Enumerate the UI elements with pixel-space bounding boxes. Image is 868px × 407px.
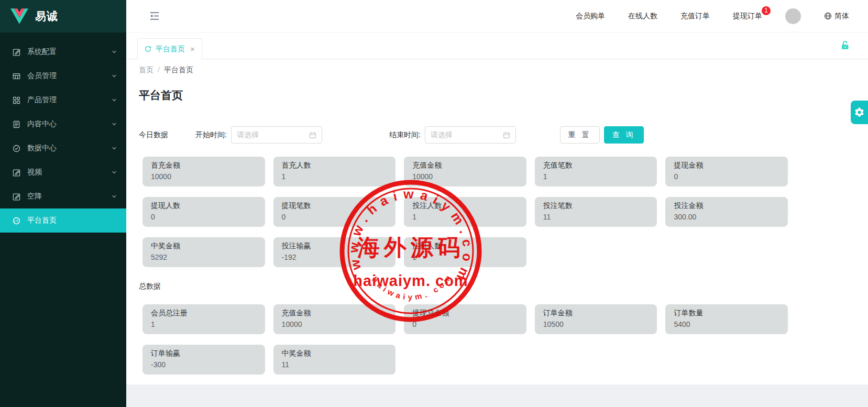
reset-button[interactable]: 重 置 [560, 126, 600, 144]
brand-v-logo-icon [10, 8, 28, 24]
stat-card: 充值笔数1 [535, 157, 657, 186]
stat-label: 投注输赢 [282, 241, 388, 251]
language-switch[interactable]: 简体 [824, 12, 849, 21]
stat-label: 充值金额 [412, 161, 518, 170]
tab-close-icon[interactable]: × [190, 45, 195, 53]
chevron-down-icon [112, 97, 117, 103]
tab-platform-home[interactable]: 平台首页 × [137, 38, 202, 59]
stat-card: 中奖金额5292 [142, 237, 265, 267]
stat-label: 提现笔数 [282, 201, 388, 211]
document-icon [13, 120, 20, 128]
stat-value: 0 [282, 213, 388, 221]
dashboard-icon [13, 217, 20, 225]
chevron-down-icon [112, 49, 117, 54]
stat-value: 11 [543, 213, 649, 221]
stat-label: 注册人数 [412, 241, 518, 251]
sidebar-item-member-management[interactable]: 会员管理 [0, 64, 126, 88]
stat-card: 投注人数1 [404, 197, 526, 227]
chevron-down-icon [112, 73, 117, 79]
start-date-input[interactable]: 请选择 [231, 126, 322, 144]
check-circle-icon [13, 145, 20, 152]
stat-value: 10000 [412, 172, 518, 181]
stat-card: 订单输赢-300 [142, 345, 265, 375]
tab-label: 平台首页 [156, 45, 185, 54]
stat-value: 5400 [674, 320, 779, 328]
stat-value: 10000 [151, 172, 257, 181]
stat-label: 会员总注册 [151, 309, 257, 318]
breadcrumb-separator: / [158, 65, 160, 74]
nav-recharge-orders[interactable]: 充值订单 [680, 12, 710, 21]
page-title: 平台首页 [139, 88, 855, 103]
stat-card: 首充人数1 [273, 157, 396, 186]
stat-label: 中奖金额 [151, 241, 257, 251]
stat-card: 投注金额300.00 [665, 197, 788, 227]
sidebar-item-data-center[interactable]: 数据中心 [0, 136, 126, 160]
sidebar-item-system-config[interactable]: 系统配置 [0, 40, 126, 64]
globe-icon [824, 12, 832, 20]
end-time-label: 结束时间: [389, 130, 421, 140]
stat-label: 投注笔数 [543, 201, 649, 211]
sidebar-item-video[interactable]: 视频 [0, 160, 126, 184]
total-data-label: 总数据 [139, 282, 855, 291]
nav-online-count[interactable]: 在线人数 [628, 12, 657, 21]
sidebar-item-content-center[interactable]: 内容中心 [0, 112, 126, 136]
stat-card: 充值金额10000 [273, 304, 396, 334]
sidebar-item-label: 视频 [27, 168, 42, 177]
stat-card: 提现笔数0 [273, 197, 396, 227]
stat-label: 投注人数 [412, 201, 518, 211]
stat-label: 订单数量 [674, 309, 779, 318]
stat-value: 1 [282, 172, 388, 181]
brand-logo[interactable]: 易诚 [0, 0, 126, 32]
stat-label: 充值金额 [282, 309, 388, 318]
end-date-input[interactable]: 请选择 [425, 126, 516, 144]
stat-value: 11 [282, 360, 388, 369]
stat-value: 5292 [151, 253, 257, 261]
tab-bar: 平台首页 × [126, 32, 868, 59]
stat-value: -192 [282, 253, 388, 261]
today-data-label: 今日数据 [139, 130, 168, 140]
breadcrumb-home[interactable]: 首页 [139, 65, 153, 74]
gear-icon [854, 107, 865, 118]
sidebar-item-label: 内容中心 [27, 119, 57, 129]
sidebar-item-label: 会员管理 [27, 71, 57, 81]
query-button[interactable]: 查 询 [604, 126, 644, 144]
stat-label: 提现人数 [151, 201, 257, 211]
filter-row: 今日数据 开始时间: 请选择 结束时间: 请选择 重 置 查 询 [139, 126, 855, 144]
nav-member-orders[interactable]: 会员购单 [576, 12, 605, 21]
sidebar-item-product-management[interactable]: 产品管理 [0, 88, 126, 112]
nav-withdraw-orders-label: 提现订单 [733, 12, 762, 20]
stat-value: 10000 [282, 320, 388, 328]
unlock-icon[interactable] [839, 39, 851, 51]
main-area: 会员购单 在线人数 充值订单 提现订单 1 简体 [126, 0, 868, 407]
nav-withdraw-orders[interactable]: 提现订单 1 [733, 12, 762, 21]
edit-square-icon [13, 169, 20, 177]
sidebar-collapse-icon[interactable] [149, 12, 160, 20]
sidebar-item-label: 系统配置 [27, 47, 57, 57]
stat-value: 0 [674, 172, 779, 181]
end-date-placeholder: 请选择 [431, 130, 503, 140]
breadcrumb-current: 平台首页 [164, 65, 193, 74]
stat-card: 订单数量5400 [665, 304, 788, 334]
today-stats-grid: 首充金额10000首充人数1充值金额10000充值笔数1提现金额0提现人数0提现… [142, 157, 788, 267]
stat-label: 订单输赢 [151, 349, 257, 358]
sidebar-item-platform-home[interactable]: 平台首页 [0, 208, 126, 233]
stat-card: 投注输赢-192 [273, 237, 396, 267]
settings-gear-button[interactable] [851, 101, 868, 124]
chevron-down-icon [112, 170, 117, 175]
language-label: 简体 [834, 12, 849, 21]
stat-value: 10500 [543, 320, 649, 328]
start-date-placeholder: 请选择 [237, 130, 309, 140]
stat-card: 投注笔数11 [535, 197, 657, 227]
app-window: 易诚 系统配置会员管理产品管理内容中心数据中心视频空降平台首页 会员购单 在线人… [0, 0, 868, 407]
sidebar-item-airdrop[interactable]: 空降 [0, 184, 126, 208]
stat-value: 0 [412, 320, 518, 328]
refresh-icon[interactable] [145, 46, 151, 52]
chevron-down-icon [112, 122, 117, 127]
avatar[interactable] [785, 8, 801, 24]
stat-value: 1 [543, 172, 649, 181]
top-header: 会员购单 在线人数 充值订单 提现订单 1 简体 [126, 0, 868, 32]
stat-value: 0 [151, 213, 257, 221]
stat-card: 首充金额10000 [142, 157, 265, 186]
stat-label: 中奖金额 [282, 349, 388, 358]
stat-value: 1 [412, 213, 518, 221]
